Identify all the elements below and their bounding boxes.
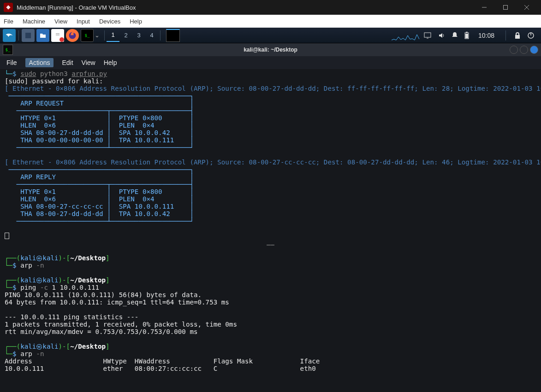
- prompt-dollar: $: [12, 70, 17, 77]
- terminal-close-button[interactable]: [530, 46, 538, 54]
- prompt-corner: ┌──(: [5, 343, 20, 350]
- power-icon[interactable]: [527, 32, 535, 39]
- prompt-at: ㉿: [36, 343, 42, 350]
- prompt-host: kali: [42, 343, 58, 350]
- svg-rect-12: [466, 32, 468, 33]
- cmd-opt: -n: [36, 350, 44, 357]
- prompt-corner: └─: [5, 350, 12, 357]
- terminal-menubar: File Actions Edit View Help: [0, 56, 541, 69]
- panel-app-1-icon[interactable]: [22, 29, 35, 42]
- taskbar-terminal-button[interactable]: [166, 29, 180, 42]
- workspace-3[interactable]: 3: [132, 29, 145, 42]
- svg-rect-5: [54, 32, 61, 39]
- prompt-path: ~/Desktop: [70, 254, 106, 262]
- cmd-arp: arp: [20, 262, 32, 269]
- volume-icon[interactable]: [438, 32, 445, 39]
- cmd-args: 1 10.0.0.111: [52, 284, 100, 291]
- term-menu-actions[interactable]: Actions: [25, 58, 54, 67]
- arp-request-title: ARP REQUEST │: [5, 99, 194, 107]
- arp-row: THA 00-00-00-00-00-00 │ TPA 10.0.0.111 │: [5, 136, 194, 144]
- prompt-sep: )-[: [59, 343, 71, 350]
- workspace-1[interactable]: 1: [107, 29, 119, 42]
- display-icon[interactable]: [424, 32, 431, 39]
- terminal-minimize-button[interactable]: [510, 46, 518, 54]
- sudo-prompt: [sudo] password for kali:: [5, 77, 103, 85]
- arp-table-row: 10.0.0.111 ether 08:00:27:cc:cc:cc C eth…: [5, 365, 316, 372]
- svg-rect-13: [465, 34, 468, 38]
- terminal-window: $_ kali@kali: ~/Desktop File Actions Edi…: [0, 43, 541, 392]
- workspace-2[interactable]: 2: [119, 29, 132, 42]
- vb-menu-input[interactable]: Input: [77, 18, 90, 25]
- maximize-button[interactable]: [495, 0, 516, 15]
- cmd-opt: -n: [36, 262, 44, 269]
- prompt-path: ~/Desktop: [70, 343, 106, 350]
- prompt-corner: └─: [5, 262, 12, 269]
- arp-row: HTYPE 0×1 │ PTYPE 0×800 │: [5, 188, 194, 195]
- term-menu-help[interactable]: Help: [104, 59, 117, 66]
- terminal-title: kali@kali: ~/Desktop: [244, 47, 297, 53]
- arp-row: SHA 08-00-27-cc-cc-cc │ SPA 10.0.0.111 │: [5, 203, 194, 210]
- virtualbox-menubar: File Machine View Input Devices Help: [0, 15, 541, 28]
- arp-row: HLEN 0×6 │ PLEN 0×4 │: [5, 122, 194, 129]
- prompt-dollar: $: [12, 350, 17, 357]
- prompt-dollar: $: [12, 284, 17, 291]
- arp-row: HTYPE 0×1 │ PTYPE 0×800 │: [5, 114, 194, 122]
- clock[interactable]: 10:08: [476, 32, 497, 39]
- firefox-icon[interactable]: [66, 29, 79, 42]
- table-border: ───────────────────────┬────────────────…: [5, 181, 194, 188]
- svg-rect-1: [504, 6, 508, 10]
- lock-icon[interactable]: [514, 32, 521, 39]
- vb-menu-view[interactable]: View: [54, 18, 67, 25]
- term-menu-view[interactable]: View: [82, 59, 95, 66]
- table-border: ───────────────────────┬────────────────…: [5, 107, 194, 114]
- vb-menu-file[interactable]: File: [4, 18, 13, 25]
- notifications-icon[interactable]: [452, 32, 458, 39]
- minimize-button[interactable]: [474, 0, 495, 15]
- prompt-host: kali: [42, 276, 58, 284]
- svg-rect-14: [515, 35, 520, 39]
- prompt-corner: ┌──(: [5, 276, 20, 284]
- cpu-graph-icon[interactable]: [392, 30, 419, 41]
- cursor-icon: [5, 233, 9, 239]
- battery-icon[interactable]: [464, 32, 469, 39]
- terminal-launcher-icon[interactable]: $_: [81, 29, 94, 42]
- prompt-corner: └─: [5, 70, 12, 77]
- cmd-script: arpfun.py: [71, 70, 107, 77]
- table-border: ────────────────────────────────────────…: [5, 92, 194, 99]
- cmd-sudo: sudo: [20, 70, 36, 77]
- kali-panel: $_ ⌄ 1 2 3 4 10:08: [0, 28, 541, 43]
- vb-menu-devices[interactable]: Devices: [99, 18, 120, 25]
- prompt-close: ]: [106, 343, 110, 350]
- terminal-titlebar[interactable]: $_ kali@kali: ~/Desktop: [0, 43, 541, 56]
- prompt-user: kali: [20, 343, 36, 350]
- terminal-output[interactable]: └─$ sudo python3 arpfun.py [sudo] passwo…: [0, 69, 541, 392]
- vb-menu-help[interactable]: Help: [130, 18, 142, 25]
- prompt-user: kali: [20, 254, 36, 262]
- close-button[interactable]: [516, 0, 537, 15]
- prompt-at: ㉿: [36, 254, 42, 262]
- panel-separator: [505, 30, 506, 41]
- term-menu-file[interactable]: File: [6, 59, 17, 66]
- packet2-header: [ Ethernet - 0×806 Address Resolution Pr…: [5, 158, 541, 166]
- prompt-sep: )-[: [59, 276, 71, 284]
- prompt-close: ]: [106, 254, 110, 262]
- ping-output: PING 10.0.0.111 (10.0.0.111) 56(84) byte…: [5, 291, 237, 335]
- vb-menu-machine[interactable]: Machine: [23, 18, 45, 25]
- launcher-dropdown-icon[interactable]: ⌄: [95, 32, 100, 39]
- panel-separator: [160, 30, 161, 41]
- kali-menu-icon[interactable]: [3, 29, 16, 42]
- svg-rect-4: [25, 33, 31, 38]
- cmd-arp: arp: [20, 350, 32, 357]
- workspace-4[interactable]: 4: [145, 29, 158, 42]
- terminal-maximize-button[interactable]: [520, 46, 528, 54]
- arp-reply-title: ARP REPLY │: [5, 173, 194, 181]
- table-border: ────────────────────────────────────────…: [5, 166, 194, 173]
- arp-table-header: Address HWtype HWaddress Flags Mask Ifac…: [5, 357, 320, 365]
- virtualbox-logo-icon: [4, 3, 13, 12]
- term-menu-edit[interactable]: Edit: [62, 59, 73, 66]
- file-manager-icon[interactable]: [36, 29, 49, 42]
- output-ellipsis: ……: [5, 240, 536, 247]
- panel-separator: [104, 30, 105, 41]
- system-tray: 10:08: [419, 30, 539, 41]
- text-editor-icon[interactable]: [51, 29, 64, 42]
